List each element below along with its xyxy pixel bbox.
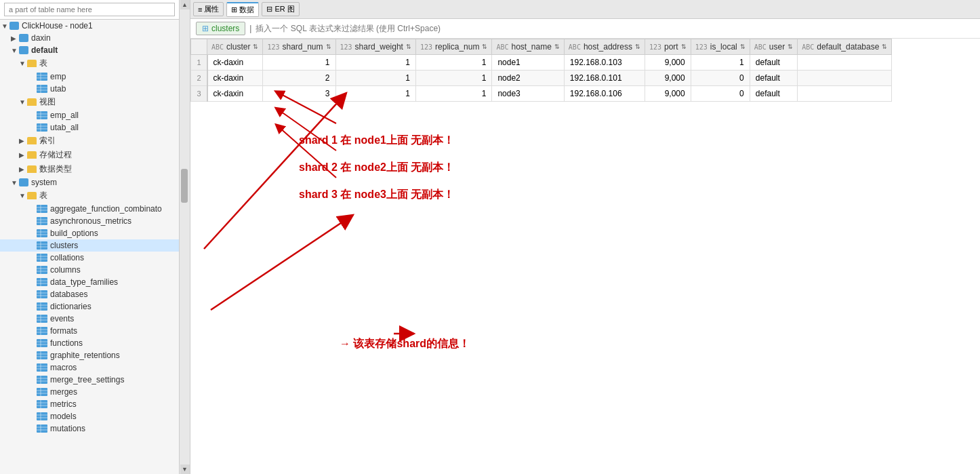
tab-er[interactable]: ⊟ ER 图 — [262, 2, 299, 16]
sort-icon-replica-num[interactable]: ⇅ — [482, 43, 487, 50]
db-label-default: default — [31, 45, 58, 55]
table-label-merge-tree-settings: merge_tree_settings — [50, 375, 124, 384]
sidebar-item-default[interactable]: ▼ default — [0, 44, 179, 56]
annotation-line3: shard 3 在 node3上面 无副本！ — [299, 188, 454, 202]
sidebar-item-formats[interactable]: ▶ formats — [0, 325, 179, 337]
arrows-svg — [190, 39, 980, 474]
table-icon — [37, 254, 47, 262]
col-is-local-header[interactable]: 123 is_local ⇅ — [691, 39, 750, 55]
tab-properties[interactable]: ≡ 属性 — [193, 2, 224, 16]
col-host-address-header[interactable]: ABC host_address ⇅ — [564, 39, 645, 55]
table-icon — [37, 217, 47, 225]
table-icon — [37, 266, 47, 274]
sidebar-item-clusters[interactable]: ▶ clusters — [0, 239, 179, 252]
sidebar-item-clickhouse-node1[interactable]: ▼ ClickHouse - node1 — [0, 20, 179, 32]
sort-icon-user[interactable]: ⇅ — [788, 43, 793, 50]
table-label-columns: columns — [50, 265, 81, 275]
sidebar-item-metrics[interactable]: ▶ metrics — [0, 398, 179, 410]
sidebar-item-sys-table-folder[interactable]: ▼ 表 — [0, 189, 179, 203]
table-cell: 1 — [415, 55, 491, 71]
col-host-name-header[interactable]: ABC host_name ⇅ — [492, 39, 564, 55]
sort-icon-is-local[interactable]: ⇅ — [740, 43, 746, 50]
col-default-database-header[interactable]: ABC default_database ⇅ — [798, 39, 892, 55]
col-replica-num-header[interactable]: 123 replica_num ⇅ — [415, 39, 491, 55]
table-cell — [798, 86, 892, 102]
top-tabs: ≡ 属性 ⊞ 数据 ⊟ ER 图 — [190, 0, 980, 19]
tab-data[interactable]: ⊞ 数据 — [226, 2, 259, 17]
table-label-dictionaries: dictionaries — [50, 302, 91, 311]
table-label-clusters: clusters — [50, 241, 78, 250]
sidebar-item-models[interactable]: ▶ models — [0, 410, 179, 422]
table-label-emp-all: emp_all — [50, 111, 79, 120]
sidebar-item-emp-all[interactable]: ▶ emp_all — [0, 109, 179, 121]
table-cell: 9,000 — [645, 55, 691, 71]
sidebar-item-biao-folder[interactable]: ▼ 表 — [0, 56, 179, 71]
sidebar-item-databases[interactable]: ▶ databases — [0, 288, 179, 300]
sidebar-item-graphite[interactable]: ▶ graphite_retentions — [0, 349, 179, 361]
table-cell: node2 — [492, 71, 564, 86]
table-cell: 1 — [191, 55, 207, 71]
col-cluster-header[interactable]: ABC cluster ⇅ — [207, 39, 263, 55]
table-cell: 2 — [191, 71, 207, 86]
scroll-up-button[interactable]: ▲ — [180, 0, 190, 9]
sidebar-item-utab[interactable]: ▶ utab — [0, 83, 179, 95]
sort-icon-port[interactable]: ⇅ — [681, 43, 687, 50]
tab-data-label: 数据 — [239, 5, 254, 15]
sort-icon-shard-num[interactable]: ⇅ — [326, 43, 331, 50]
col-shard-num-header[interactable]: 123 shard_num ⇅ — [263, 39, 335, 55]
chevron-right-icon: ▶ — [11, 35, 19, 42]
sort-icon-cluster[interactable]: ⇅ — [253, 43, 258, 50]
table-icon — [37, 363, 47, 372]
sidebar-item-merges[interactable]: ▶ merges — [0, 386, 179, 398]
sort-icon-default-database[interactable]: ⇅ — [882, 43, 887, 50]
table-icon — [37, 327, 47, 335]
sort-icon-host-address[interactable]: ⇅ — [635, 43, 640, 50]
svg-rect-8 — [37, 111, 47, 119]
search-input[interactable] — [4, 3, 175, 16]
sidebar-item-functions[interactable]: ▶ functions — [0, 337, 179, 349]
sidebar-item-index-folder[interactable]: ▶ 索引 — [0, 134, 179, 148]
table-label-databases: databases — [50, 290, 87, 299]
sidebar-item-mutations[interactable]: ▶ mutations — [0, 422, 179, 435]
sidebar-item-proc-folder[interactable]: ▶ 存储过程 — [0, 148, 179, 162]
folder-label-index: 索引 — [39, 135, 56, 146]
sidebar-item-data-type-families[interactable]: ▶ data_type_families — [0, 276, 179, 288]
table-icon — [37, 424, 47, 433]
sidebar-item-dictionaries[interactable]: ▶ dictionaries — [0, 300, 179, 313]
sidebar-item-macros[interactable]: ▶ macros — [0, 361, 179, 374]
sidebar-item-async-metrics[interactable]: ▶ asynchronous_metrics — [0, 215, 179, 227]
col-user-header[interactable]: ABC user ⇅ — [750, 39, 797, 55]
chevron-down-icon: ▼ — [11, 47, 19, 54]
table-icon — [37, 123, 47, 132]
sidebar-item-aggregate[interactable]: ▶ aggregate_function_combinato — [0, 203, 179, 215]
annotation-line4: → 该表存储shard的信息！ — [340, 337, 470, 351]
er-icon: ⊟ — [266, 5, 272, 14]
sidebar-item-build-options[interactable]: ▶ build_options — [0, 227, 179, 239]
sidebar-item-emp[interactable]: ▶ emp — [0, 71, 179, 83]
annotation-line1: shard 1 在 node1上面 无副本！ — [299, 134, 454, 148]
sidebar-item-view-folder[interactable]: ▼ 视图 — [0, 95, 179, 109]
sidebar-item-collations[interactable]: ▶ collations — [0, 252, 179, 264]
folder-label-biao: 表 — [39, 58, 47, 69]
sidebar-item-columns[interactable]: ▶ columns — [0, 264, 179, 276]
sidebar-item-events[interactable]: ▶ events — [0, 313, 179, 325]
table-icon — [37, 339, 47, 347]
scroll-down-button[interactable]: ▼ — [180, 465, 190, 474]
table-label-events: events — [50, 314, 74, 323]
sidebar-item-utab-all[interactable]: ▶ utab_all — [0, 121, 179, 134]
sidebar-item-merge-tree-settings[interactable]: ▶ merge_tree_settings — [0, 374, 179, 386]
table-cell: 1 — [335, 55, 415, 71]
sidebar-item-type-folder[interactable]: ▶ 数据类型 — [0, 162, 179, 176]
table-row[interactable]: 2ck-daxin211node2192.168.0.1019,0000defa… — [191, 71, 892, 86]
sort-icon-host-name[interactable]: ⇅ — [554, 43, 560, 50]
svg-rect-44 — [37, 290, 47, 298]
sidebar-item-system[interactable]: ▼ system — [0, 176, 179, 189]
table-row[interactable]: 3ck-daxin311node3192.168.0.1069,0000defa… — [191, 86, 892, 102]
sidebar-item-daxin[interactable]: ▶ daxin — [0, 32, 179, 44]
table-row[interactable]: 1ck-daxin111node1192.168.0.1039,0001defa… — [191, 55, 892, 71]
query-input[interactable] — [256, 24, 975, 33]
col-shard-weight-header[interactable]: 123 shard_weight ⇅ — [335, 39, 415, 55]
table-cell: 1 — [415, 71, 491, 86]
col-port-header[interactable]: 123 port ⇅ — [645, 39, 691, 55]
sort-icon-shard-weight[interactable]: ⇅ — [406, 43, 411, 50]
